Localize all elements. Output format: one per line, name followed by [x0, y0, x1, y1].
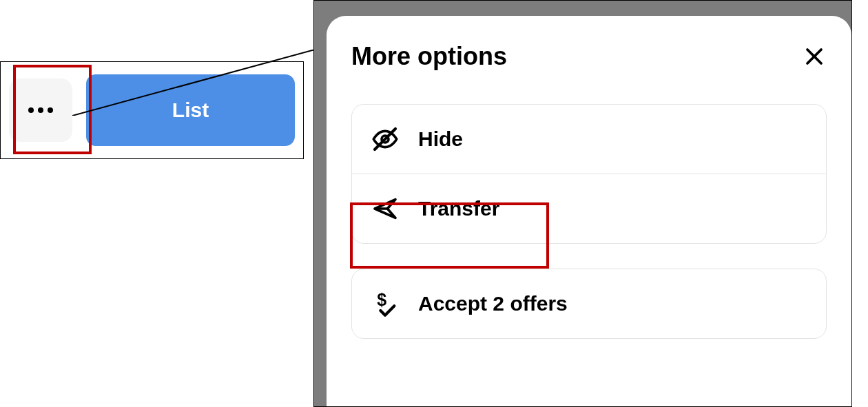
close-icon: [804, 46, 825, 67]
option-transfer[interactable]: Transfer: [352, 174, 826, 243]
svg-text:$: $: [377, 290, 386, 309]
modal-header: More options: [351, 42, 827, 71]
option-label: Hide: [418, 127, 463, 151]
option-accept-offers[interactable]: $ Accept 2 offers: [352, 269, 826, 338]
option-hide[interactable]: Hide: [352, 105, 826, 174]
modal-backdrop: More options Hide: [313, 0, 852, 407]
option-group-2: $ Accept 2 offers: [351, 269, 827, 339]
list-button[interactable]: List: [86, 74, 295, 146]
send-icon: [371, 195, 399, 222]
option-label: Accept 2 offers: [418, 292, 568, 315]
eye-off-icon: [371, 125, 399, 153]
toolbar-panel: List: [0, 61, 304, 159]
modal-title: More options: [351, 42, 507, 71]
list-button-label: List: [172, 98, 209, 122]
more-options-button[interactable]: [9, 79, 72, 142]
close-button[interactable]: [802, 44, 827, 69]
option-group-1: Hide Transfer: [351, 104, 827, 244]
more-options-modal: More options Hide: [327, 16, 851, 406]
dollar-check-icon: $: [371, 290, 399, 317]
ellipsis-icon: [28, 107, 53, 113]
option-label: Transfer: [418, 197, 499, 220]
